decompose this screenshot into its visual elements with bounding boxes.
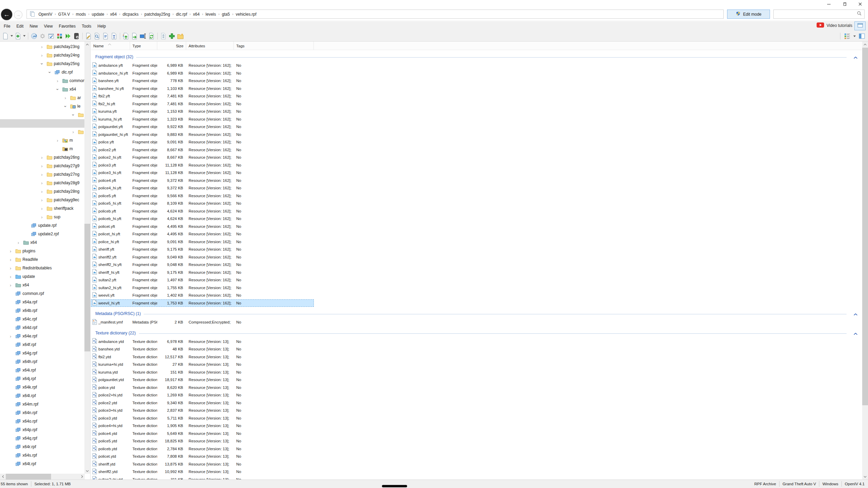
file-row[interactable]: ambulance_hi.yftFragment object6,989 KBR… bbox=[91, 69, 314, 77]
file-row[interactable]: sheriff2_hi.yftFragment object9,048 KBRe… bbox=[91, 261, 314, 269]
chevron-right-icon[interactable]: › bbox=[39, 155, 44, 160]
new-file-add-dropdown-caret-icon[interactable] bbox=[22, 35, 26, 37]
chevron-right-icon[interactable]: › bbox=[39, 180, 44, 186]
file-row[interactable]: police_hi.yftFragment object9,091 KBReso… bbox=[91, 238, 314, 246]
tree-item[interactable]: ›ReadMe bbox=[0, 255, 85, 264]
chevron-right-icon[interactable]: › bbox=[39, 215, 44, 220]
group-collapse-icon[interactable] bbox=[853, 311, 858, 317]
chevron-right-icon[interactable]: › bbox=[8, 334, 13, 339]
panel-toggle-button[interactable] bbox=[854, 21, 866, 30]
view-blocks-button[interactable] bbox=[55, 32, 64, 41]
file-row[interactable]: weevil.yftFragment object1,402 KBResourc… bbox=[91, 292, 314, 299]
add-green-button[interactable] bbox=[168, 32, 176, 41]
tree-item[interactable]: x64n.rpf bbox=[0, 409, 85, 417]
breadcrumb-segment[interactable]: x64 bbox=[191, 12, 201, 17]
file-row[interactable]: policeb_hi.yftFragment object4,624 KBRes… bbox=[91, 215, 314, 223]
chevron-down-icon[interactable]: › bbox=[71, 113, 76, 117]
breadcrumb-segment[interactable]: x64 bbox=[109, 12, 118, 17]
breadcrumb-segment[interactable]: levels bbox=[204, 12, 218, 17]
breadcrumb-segment[interactable]: mods bbox=[74, 12, 87, 17]
group-header[interactable]: Texture dictionary (22) bbox=[91, 326, 862, 338]
file-row[interactable]: police4.yftFragment object9,372 KBResour… bbox=[91, 177, 314, 185]
chevron-right-icon[interactable]: › bbox=[8, 266, 13, 271]
file-row[interactable]: policeb.yftFragment object4,624 KBResour… bbox=[91, 207, 314, 215]
file-row[interactable]: police.yftFragment object9,091 KBResourc… bbox=[91, 138, 314, 146]
group-collapse-icon[interactable] bbox=[853, 54, 858, 60]
file-row[interactable]: polgauntlet_hi.yftFragment object9,883 K… bbox=[91, 131, 314, 139]
chevron-down-icon[interactable]: › bbox=[47, 70, 52, 75]
scroll-right-arrow[interactable] bbox=[79, 474, 85, 479]
tree-item[interactable]: ›dlc.rpf bbox=[0, 68, 85, 77]
scroll-down-arrow[interactable] bbox=[84, 468, 90, 474]
file-row[interactable]: banshee.ytdTexture dictionary48 KBResour… bbox=[91, 345, 314, 353]
tree-item[interactable]: x64b.rpf bbox=[0, 306, 85, 315]
new-folder-button[interactable] bbox=[176, 32, 184, 41]
group-collapse-icon[interactable] bbox=[853, 330, 858, 336]
file-row[interactable]: policeb.ytdTexture dictionary2,784 KBRes… bbox=[91, 445, 314, 453]
file-row[interactable]: police3_hi.yftFragment object11,128 KBRe… bbox=[91, 169, 314, 177]
tree-item[interactable]: x64q.rpf bbox=[0, 434, 85, 443]
extract-gray-button[interactable] bbox=[159, 32, 167, 41]
column-header-name[interactable]: Name bbox=[91, 42, 130, 50]
tree-item[interactable]: x64l.rpf bbox=[0, 392, 85, 400]
tree-horizontal-scrollbar[interactable] bbox=[0, 474, 85, 479]
options-check-button[interactable] bbox=[47, 32, 55, 41]
chevron-right-icon[interactable]: › bbox=[8, 249, 13, 254]
tree-item[interactable]: ›sheriffpack bbox=[0, 204, 85, 213]
tree-item[interactable]: ›x64 bbox=[0, 238, 85, 247]
file-row[interactable]: policet_hi.yftFragment object4,495 KBRes… bbox=[91, 230, 314, 238]
tree-item[interactable]: ›x64 bbox=[0, 281, 85, 289]
export-dark-button[interactable] bbox=[73, 32, 81, 41]
list-view-dropdown-caret-icon[interactable] bbox=[853, 35, 856, 37]
tree-item[interactable]: ›patchday27ng bbox=[0, 170, 85, 179]
tree-item[interactable]: ›patchday26ng bbox=[0, 153, 85, 162]
text-editor-button[interactable] bbox=[110, 32, 118, 41]
file-row[interactable]: policet.ytdTexture dictionary7,808 KBRes… bbox=[91, 453, 314, 460]
tree-item[interactable]: ›m bbox=[0, 136, 85, 145]
file-row[interactable]: kuruma+hi.ytdTexture dictionary27 KBReso… bbox=[91, 361, 314, 368]
breadcrumb-segment[interactable]: dlcpacks bbox=[121, 12, 140, 17]
file-row[interactable]: sultan2+hi.ytdTexture dictionary311 KBRe… bbox=[91, 476, 314, 480]
tree-item-selected[interactable] bbox=[0, 119, 85, 128]
scroll-down-arrow[interactable] bbox=[862, 474, 868, 479]
file-row[interactable]: police3.yftFragment object11,128 KBResou… bbox=[91, 161, 314, 169]
tree-item[interactable]: ›patchday24ng bbox=[0, 51, 85, 60]
tree-item[interactable]: x64h.rpf bbox=[0, 358, 85, 366]
chevron-right-icon[interactable]: › bbox=[63, 95, 68, 100]
menu-view[interactable]: View bbox=[41, 22, 56, 30]
tree-item[interactable]: ›Redistributables bbox=[0, 264, 85, 272]
file-row[interactable]: banshee_hi.yftFragment object1,103 KBRes… bbox=[91, 85, 314, 93]
menu-help[interactable]: Help bbox=[94, 22, 109, 30]
tree-item[interactable]: x64c.rpf bbox=[0, 315, 85, 324]
chevron-down-icon[interactable]: › bbox=[39, 62, 45, 66]
file-row[interactable]: sultan2.yftFragment object1,497 KBResour… bbox=[91, 276, 314, 284]
menu-edit[interactable]: Edit bbox=[13, 22, 27, 30]
file-row[interactable]: police3.ytdTexture dictionary5,711 KBRes… bbox=[91, 414, 314, 422]
maximize-button[interactable] bbox=[837, 0, 852, 8]
file-row[interactable]: sheriff.ytdTexture dictionary13,875 KBRe… bbox=[91, 460, 314, 468]
tree-item[interactable]: x64f.rpf bbox=[0, 341, 85, 349]
group-header[interactable]: Metadata (PSO/RSC) (1) bbox=[91, 307, 862, 318]
chevron-right-icon[interactable]: › bbox=[16, 240, 21, 245]
chevron-right-icon[interactable]: › bbox=[55, 138, 60, 143]
chevron-right-icon[interactable]: › bbox=[39, 44, 44, 49]
preview-magnifier-button[interactable] bbox=[93, 32, 101, 41]
file-row[interactable]: kuruma.yftFragment object1,153 KBResourc… bbox=[91, 108, 314, 115]
chevron-right-icon[interactable]: › bbox=[39, 198, 44, 203]
export-file-button[interactable] bbox=[130, 32, 139, 41]
minimize-button[interactable] bbox=[821, 0, 837, 8]
file-row[interactable]: kuruma_hi.yftFragment object1,323 KBReso… bbox=[91, 115, 314, 123]
view-text-button[interactable] bbox=[101, 32, 110, 41]
breadcrumb-segment[interactable]: GTA V bbox=[57, 12, 71, 17]
tree-item[interactable]: update2.rpf bbox=[0, 230, 85, 238]
file-row[interactable]: police5.yftFragment object9,566 KBResour… bbox=[91, 192, 314, 200]
tree-item[interactable]: ›ar bbox=[0, 94, 85, 102]
group-header[interactable]: Fragment object (32) bbox=[91, 50, 862, 62]
tools-blue-button[interactable] bbox=[30, 32, 38, 41]
tree-item[interactable]: x64s.rpf bbox=[0, 451, 85, 460]
file-row[interactable]: sheriff2.ytdTexture dictionary10,992 KBR… bbox=[91, 468, 314, 476]
tree-item[interactable]: ›patchdayg9ec bbox=[0, 196, 85, 204]
tree-item[interactable]: x64k.rpf bbox=[0, 383, 85, 392]
file-row[interactable]: fbi2.yftFragment object7,481 KBResource … bbox=[91, 92, 314, 100]
tree-item[interactable]: › bbox=[0, 128, 85, 136]
